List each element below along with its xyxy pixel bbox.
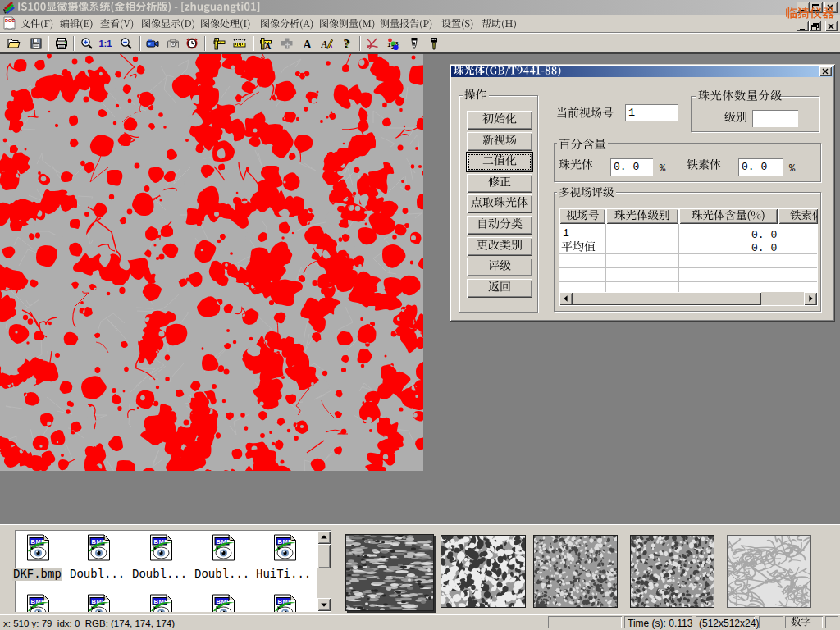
- svg-text:A: A: [304, 39, 313, 51]
- svg-text:A: A: [265, 41, 272, 51]
- svg-text:A: A: [321, 39, 328, 50]
- svg-text:DOC: DOC: [5, 18, 15, 23]
- svg-text:?: ?: [344, 37, 350, 50]
- svg-text:1:1: 1:1: [99, 39, 112, 48]
- svg-text:1: 1: [387, 41, 390, 48]
